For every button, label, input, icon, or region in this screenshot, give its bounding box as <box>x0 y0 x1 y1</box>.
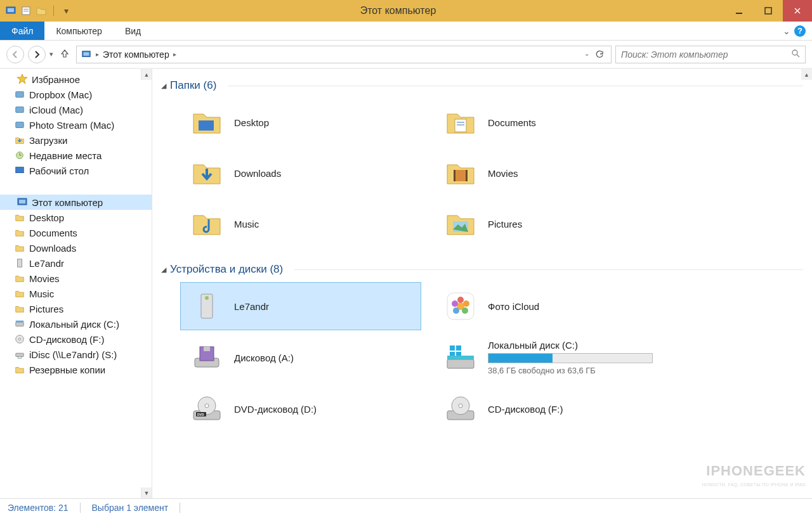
qat-dropdown-icon[interactable]: ▾ <box>60 5 72 16</box>
sidebar-item-label: Рабочий стол <box>29 165 89 176</box>
svg-rect-23 <box>16 353 23 356</box>
refresh-button[interactable] <box>592 50 607 59</box>
svg-rect-49 <box>456 352 461 356</box>
sidebar-item[interactable]: iDisc (\\Le7andr) (S:) <box>0 347 152 362</box>
svg-rect-15 <box>16 167 23 173</box>
cd-drive-icon <box>443 392 478 426</box>
sidebar-item-desktop[interactable]: Рабочий стол <box>0 163 152 178</box>
device-floppy-a[interactable]: Дисковод (A:) <box>180 333 421 382</box>
tab-computer[interactable]: Компьютер <box>44 22 113 40</box>
svg-rect-29 <box>454 170 455 181</box>
sidebar-item-icloud[interactable]: iCloud (Mac) <box>0 102 152 117</box>
svg-rect-43 <box>204 347 210 351</box>
scroll-up-icon[interactable]: ▲ <box>801 69 812 80</box>
back-button[interactable] <box>6 46 24 63</box>
sidebar-item-recent[interactable]: Недавние места <box>0 148 152 163</box>
network-drive-icon <box>14 349 25 360</box>
svg-rect-1 <box>8 8 14 12</box>
sidebar-item[interactable]: Movies <box>0 271 152 286</box>
sidebar-item[interactable]: Desktop <box>0 210 152 225</box>
recent-dropdown-icon[interactable]: ▾ <box>49 50 53 58</box>
folder-icon <box>14 364 25 375</box>
svg-rect-18 <box>17 259 22 267</box>
section-folders[interactable]: ◢ Папки (6) <box>161 74 803 94</box>
address-history-icon[interactable]: ⌄ <box>584 50 589 59</box>
tab-view[interactable]: Вид <box>114 22 152 40</box>
sidebar-item-downloads[interactable]: Загрузки <box>0 132 152 148</box>
folder-movies[interactable]: Movies <box>434 149 675 197</box>
address-bar[interactable]: ▸ Этот компьютер ▸ ⌄ <box>76 46 612 63</box>
new-folder-icon[interactable] <box>36 5 47 16</box>
sidebar-item[interactable]: Music <box>0 286 152 301</box>
chevron-right-icon[interactable]: ▸ <box>173 51 176 58</box>
sidebar-item-label: Локальный диск (C:) <box>29 319 119 330</box>
tab-file[interactable]: Файл <box>0 22 44 40</box>
item-label: Дисковод (A:) <box>234 352 294 363</box>
ribbon-expand-icon[interactable]: ⌄ <box>783 26 790 36</box>
sidebar-item[interactable]: Pictures <box>0 301 152 316</box>
sidebar-item-label: Избранное <box>32 74 80 85</box>
svg-point-9 <box>792 50 797 55</box>
folder-downloads[interactable]: Downloads <box>180 149 421 197</box>
sidebar-thispc[interactable]: Этот компьютер <box>0 195 152 210</box>
sidebar-item-label: Desktop <box>29 212 64 223</box>
scroll-up-icon[interactable]: ▲ <box>141 69 152 80</box>
pc-icon <box>81 49 92 60</box>
help-icon[interactable]: ? <box>794 25 806 37</box>
search-input[interactable] <box>621 49 791 60</box>
star-icon <box>16 74 28 85</box>
sidebar-favorites[interactable]: Избранное <box>0 72 152 87</box>
section-title: Устройства и диски (8) <box>170 263 283 276</box>
section-devices[interactable]: ◢ Устройства и диски (8) <box>161 258 803 278</box>
downloads-icon <box>14 134 25 146</box>
device-disk-c[interactable]: Локальный диск (C:) 38,6 ГБ свободно из … <box>434 333 675 382</box>
folder-music[interactable]: Music <box>180 200 421 248</box>
folder-desktop[interactable]: Desktop <box>180 98 421 146</box>
watermark: IPHONEGEEK <box>706 463 806 479</box>
system-icon[interactable] <box>5 5 16 16</box>
properties-icon[interactable] <box>20 5 32 16</box>
movies-folder-icon <box>443 156 478 190</box>
forward-button[interactable] <box>28 46 46 63</box>
maximize-button[interactable] <box>754 0 783 22</box>
status-selected: Выбран 1 элемент <box>92 503 169 513</box>
item-label: Локальный диск (C:) <box>488 340 665 351</box>
sidebar-item-label: Dropbox (Mac) <box>29 89 92 100</box>
close-button[interactable] <box>783 0 812 22</box>
chevron-right-icon[interactable]: ▸ <box>96 51 99 58</box>
svg-rect-12 <box>16 107 23 113</box>
sidebar: ▲ Избранное Dropbox (Mac) iCloud (Mac) P… <box>0 69 152 498</box>
device-icon <box>190 289 224 323</box>
sidebar-item-label: Music <box>29 288 54 299</box>
folder-documents[interactable]: Documents <box>434 98 675 146</box>
sidebar-item[interactable]: CD-дисковод (F:) <box>0 332 152 347</box>
sidebar-item[interactable]: Downloads <box>0 240 152 255</box>
sidebar-item-photostream[interactable]: Photo Stream (Mac) <box>0 117 152 132</box>
device-dvd-d[interactable]: DVDDVD-дисковод (D:) <box>180 385 421 433</box>
scroll-down-icon[interactable]: ▼ <box>141 487 152 498</box>
music-folder-icon <box>190 207 224 241</box>
window-title: Этот компьютер <box>72 5 724 16</box>
up-button[interactable] <box>57 48 72 60</box>
device-le7andr[interactable]: Le7andr <box>180 282 421 330</box>
downloads-folder-icon <box>190 156 224 190</box>
search-box[interactable] <box>615 46 806 63</box>
sidebar-item-dropbox[interactable]: Dropbox (Mac) <box>0 87 152 102</box>
minimize-button[interactable] <box>724 0 754 22</box>
device-cd-f[interactable]: CD-дисковод (F:) <box>434 385 675 433</box>
search-icon[interactable] <box>791 49 800 60</box>
item-label: Movies <box>488 168 518 179</box>
sidebar-item[interactable]: Резервные копии <box>0 362 152 377</box>
disk-usage-text: 38,6 ГБ свободно из 63,6 ГБ <box>488 366 665 375</box>
folder-pictures[interactable]: Pictures <box>434 200 675 248</box>
breadcrumb-root[interactable]: Этот компьютер <box>103 49 169 60</box>
watermark-sub: НОВОСТИ, FAQ, СОВЕТЫ ПО IPHONE И IPAD <box>702 482 806 487</box>
recent-icon <box>14 150 25 161</box>
sidebar-item[interactable]: Le7andr <box>0 255 152 271</box>
svg-rect-27 <box>457 124 464 126</box>
sidebar-item-label: Downloads <box>29 243 76 254</box>
device-icloud-photos[interactable]: Фото iCloud <box>434 282 675 330</box>
sidebar-item[interactable]: Локальный диск (C:) <box>0 316 152 332</box>
sidebar-item[interactable]: Documents <box>0 225 152 240</box>
svg-rect-5 <box>736 13 742 14</box>
